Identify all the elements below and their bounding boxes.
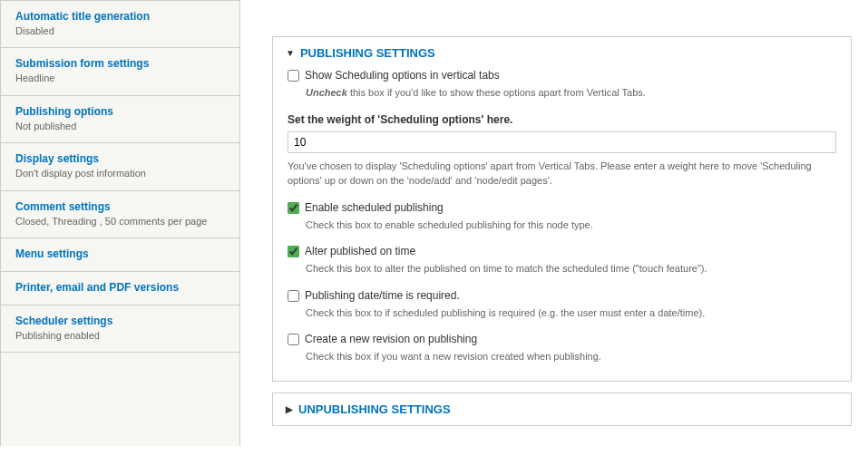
sidebar-item-scheduler-settings[interactable]: Scheduler settings Publishing enabled [1, 305, 239, 353]
revision-label: Create a new revision on publishing [305, 333, 477, 345]
main-content: ▼ Publishing Settings Show Scheduling op… [240, 0, 868, 446]
sidebar-item-label: Printer, email and PDF versions [15, 281, 229, 294]
sidebar-item-printer-email-pdf[interactable]: Printer, email and PDF versions [1, 272, 239, 305]
caret-down-icon: ▼ [286, 48, 295, 58]
enable-scheduled-label: Enable scheduled publishing [305, 201, 444, 214]
weight-help: You've chosen to display 'Scheduling opt… [288, 159, 836, 189]
alter-published-label: Alter published on time [305, 245, 415, 257]
caret-right-icon: ▶ [286, 404, 293, 414]
revision-row: Create a new revision on publishing Chec… [288, 333, 836, 364]
show-scheduling-tabs-label: Show Scheduling options in vertical tabs [305, 69, 500, 82]
show-scheduling-tabs-desc: Uncheck this box if you'd like to show t… [306, 85, 836, 101]
fieldset-title: Publishing Settings [300, 46, 435, 60]
sidebar-item-comment-settings[interactable]: Comment settings Closed, Threading , 50 … [1, 191, 239, 238]
alter-published-desc: Check this box to alter the published on… [306, 261, 836, 276]
enable-scheduled-row: Enable scheduled publishing Check this b… [288, 201, 836, 233]
enable-scheduled-desc: Check this box to enable scheduled publi… [306, 218, 836, 233]
sidebar-item-label: Comment settings [15, 200, 229, 213]
sidebar-item-sub: Headline [15, 72, 229, 85]
sidebar-item-sub: Not published [15, 120, 229, 133]
required-label: Publishing date/time is required. [305, 289, 460, 302]
sidebar-item-label: Menu settings [15, 247, 229, 260]
sidebar-item-submission-form[interactable]: Submission form settings Headline [1, 48, 239, 95]
sidebar-item-sub: Publishing enabled [15, 329, 229, 343]
publishing-settings-fieldset: ▼ Publishing Settings Show Scheduling op… [272, 36, 852, 382]
sidebar-item-label: Scheduler settings [15, 315, 229, 327]
required-checkbox[interactable] [288, 290, 299, 302]
sidebar-item-menu-settings[interactable]: Menu settings [1, 238, 239, 272]
show-scheduling-tabs-checkbox[interactable] [288, 70, 299, 82]
publishing-settings-legend[interactable]: ▼ Publishing Settings [273, 37, 851, 69]
enable-scheduled-checkbox[interactable] [288, 202, 299, 214]
sidebar-item-label: Submission form settings [15, 57, 229, 70]
vertical-tabs: Automatic title generation Disabled Subm… [0, 0, 240, 446]
sidebar-item-sub: Don't display post information [15, 167, 229, 180]
unpublishing-settings-legend[interactable]: ▶ Unpublishing Settings [273, 393, 851, 425]
alter-published-row: Alter published on time Check this box t… [288, 245, 836, 276]
sidebar-item-publishing-options[interactable]: Publishing options Not published [1, 96, 239, 143]
weight-row: Set the weight of 'Scheduling options' h… [288, 113, 836, 189]
sidebar-item-display-settings[interactable]: Display settings Don't display post info… [1, 143, 239, 190]
fieldset-title: Unpublishing Settings [298, 402, 451, 416]
alter-published-checkbox[interactable] [288, 246, 299, 257]
revision-checkbox[interactable] [288, 334, 299, 345]
sidebar-item-sub: Disabled [15, 24, 229, 38]
sidebar-item-auto-title[interactable]: Automatic title generation Disabled [1, 1, 239, 48]
sidebar-item-label: Display settings [15, 152, 229, 165]
show-scheduling-tabs-row: Show Scheduling options in vertical tabs… [288, 69, 836, 101]
required-desc: Check this box to if scheduled publishin… [306, 305, 836, 321]
revision-desc: Check this box if you want a new revisio… [306, 349, 836, 364]
weight-label: Set the weight of 'Scheduling options' h… [288, 113, 836, 126]
unpublishing-settings-fieldset: ▶ Unpublishing Settings [272, 392, 852, 426]
required-row: Publishing date/time is required. Check … [288, 289, 836, 321]
sidebar-item-label: Publishing options [15, 105, 229, 118]
weight-input[interactable] [288, 131, 836, 153]
sidebar-item-label: Automatic title generation [15, 10, 229, 23]
sidebar-item-sub: Closed, Threading , 50 comments per page [15, 215, 229, 228]
